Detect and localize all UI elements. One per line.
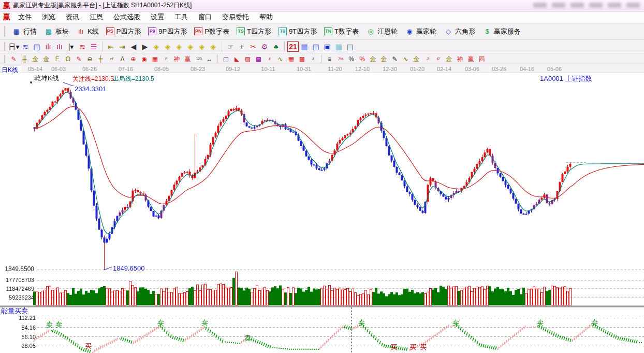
window-controls[interactable] <box>533 3 640 8</box>
grid-red-icon[interactable]: ▦ <box>286 54 297 64</box>
menu-资讯[interactable]: 资讯 <box>61 11 84 23</box>
toolbar-item-p-sifangxing[interactable]: PSP四方形 <box>103 26 145 37</box>
gann-diamond-1-icon[interactable]: ◈ <box>151 41 162 52</box>
f-angle-icon[interactable]: F∕ <box>433 54 444 64</box>
candle-dropdown-icon[interactable]: |▾ <box>65 41 77 52</box>
toolbar-item-yingjiafuwu[interactable]: $赢家服务 <box>479 26 524 37</box>
chart-9-icon[interactable]: ıIı <box>54 41 65 52</box>
shen-grid-icon[interactable]: 神 <box>171 54 182 64</box>
hatch-ruler-icon[interactable]: ╪ <box>95 54 106 64</box>
chart-3-icon[interactable]: ılı <box>42 41 54 52</box>
gann-diamond-5-icon[interactable]: ◈ <box>196 41 208 52</box>
wave-av-icon[interactable]: ∿ <box>400 54 411 64</box>
gann-diamond-6-icon[interactable]: ◈ <box>208 41 219 52</box>
brush-icon[interactable]: ✎ <box>389 54 400 64</box>
gann-diamond-3-icon[interactable]: ◈ <box>173 41 185 52</box>
gann-diamond-4-icon[interactable]: ◈ <box>185 41 196 52</box>
grid-target-icon[interactable]: ▦ <box>150 54 160 64</box>
percent-zigzag-icon[interactable]: 7% <box>335 54 346 64</box>
gann-gear-icon[interactable]: ⚙ <box>259 41 270 52</box>
ying-angle-icon[interactable]: 赢 <box>465 54 476 64</box>
box-select-icon[interactable]: ▢ <box>221 54 231 64</box>
toolbar-item-bankuai[interactable]: ▩板块 <box>40 26 72 37</box>
window-button[interactable] <box>626 3 640 8</box>
percent-line-icon[interactable]: % <box>357 54 368 64</box>
menu-交易委托[interactable]: 交易委托 <box>217 11 254 23</box>
angle-icon[interactable]: Λ <box>117 54 128 64</box>
circle-ruler-icon[interactable]: ⊖ <box>84 54 95 64</box>
shen-angle-icon[interactable]: 神 <box>455 54 465 64</box>
window-button[interactable] <box>533 3 547 8</box>
n-squared-icon[interactable]: n² <box>106 54 117 64</box>
toolbar-item-yingjialun[interactable]: ◉赢家轮 <box>401 26 440 37</box>
fan-box-icon[interactable]: ▨ <box>242 54 253 64</box>
f-grid-icon[interactable]: F <box>52 54 63 64</box>
toolbar-item-t-sifangxing[interactable]: TST四方形 <box>233 26 275 37</box>
ruler-123-icon[interactable]: 123 <box>193 54 204 64</box>
calendar-21-icon[interactable]: 21 <box>287 41 299 52</box>
hand-icon[interactable]: ☞ <box>225 41 236 52</box>
menu-公式选股[interactable]: 公式选股 <box>108 11 145 23</box>
gold-circle-icon[interactable]: 金 <box>368 54 378 64</box>
compass-red-icon[interactable]: ⊕ <box>128 54 139 64</box>
si-angle-icon[interactable]: 四 <box>476 54 487 64</box>
toolbar-item-jiangenlun[interactable]: ◎江恩轮 <box>362 26 401 37</box>
percent-icon[interactable]: % <box>346 54 357 64</box>
kline-period-dropdown-icon[interactable]: 日▾ <box>8 41 20 52</box>
toolbar-item-9t-sifangxing[interactable]: T99T四方形 <box>275 26 320 37</box>
target-red-icon[interactable]: ◉ <box>139 54 150 64</box>
save-icon[interactable]: ▣ <box>321 41 333 52</box>
window-button[interactable] <box>570 3 584 8</box>
fan-red-icon[interactable]: ◣ <box>231 54 242 64</box>
toolbar-item-hangqing[interactable]: ▦行情 <box>8 26 40 37</box>
gold-line-icon[interactable]: 金 <box>378 54 389 64</box>
gold-grid-2-icon[interactable]: 金 <box>41 54 52 64</box>
menu-工具[interactable]: 工具 <box>169 11 193 23</box>
window-button[interactable] <box>608 3 621 8</box>
menu-帮助[interactable]: 帮助 <box>254 11 278 23</box>
fan-lines-icon[interactable]: // <box>264 54 275 64</box>
grid-red-blue-icon[interactable]: ▩ <box>297 54 308 64</box>
chart-canvas[interactable] <box>0 73 644 353</box>
document-icon[interactable]: ▤ <box>31 41 42 52</box>
printer-icon[interactable]: ▤ <box>344 41 356 52</box>
gold-grid-1-icon[interactable]: 金 <box>30 54 41 64</box>
toolbar-item-liujiaoxing[interactable]: ◇六角形 <box>440 26 479 37</box>
spiral-icon[interactable]: ʘ <box>63 54 74 64</box>
menu-江恩[interactable]: 江恩 <box>84 11 108 23</box>
toolbar-item-t-shuzibiao[interactable]: TNT数字表 <box>320 26 362 37</box>
gann-ruler-icon[interactable]: ╫ <box>19 54 30 64</box>
menu-窗口[interactable]: 窗口 <box>193 11 217 23</box>
calculator-icon[interactable]: ▦ <box>299 41 310 52</box>
red-wave-icon[interactable]: ≋ <box>77 41 88 52</box>
steps-icon[interactable]: ≡ <box>324 54 335 64</box>
pencil-red-icon[interactable]: ✎ <box>8 54 19 64</box>
toolbar-item-9p-sifangxing[interactable]: P99P四方形 <box>144 26 191 37</box>
toolbar-item-p-shuzibiao[interactable]: PNP数字表 <box>191 26 233 37</box>
menu-文件[interactable]: 文件 <box>13 11 37 23</box>
gold-angle-icon[interactable]: 金 <box>444 54 455 64</box>
ruler-quote-icon[interactable]: I″ <box>160 54 171 64</box>
menu-浏览[interactable]: 浏览 <box>37 11 61 23</box>
toolbar-item-kxian[interactable]: ılıK线 <box>72 26 103 37</box>
width-arrows-icon[interactable]: ↔ <box>204 54 215 64</box>
knot-tool-icon[interactable]: ♣ <box>270 41 282 52</box>
menu-设置[interactable]: 设置 <box>145 11 169 23</box>
pencil-ruler-icon[interactable]: ✎ <box>74 54 84 64</box>
last-page-icon[interactable]: ⇥ <box>116 41 128 52</box>
scissors-icon[interactable]: ✂ <box>247 41 259 52</box>
hatch-lines-icon[interactable]: // <box>308 54 318 64</box>
j-angle-icon[interactable]: J∕ <box>422 54 433 64</box>
zigzag-icon[interactable]: ∿ <box>275 54 286 64</box>
first-page-icon[interactable]: ⇤ <box>105 41 116 52</box>
notes-icon[interactable]: ▤ <box>310 41 321 52</box>
prev-icon[interactable]: ◀ <box>128 41 139 52</box>
crosshair-icon[interactable]: + <box>236 41 247 52</box>
computer-icon[interactable]: ▥ <box>333 41 344 52</box>
window-button[interactable] <box>589 3 603 8</box>
window-button[interactable] <box>552 3 565 8</box>
histogram-icon[interactable]: ☰ <box>88 41 99 52</box>
next-icon[interactable]: ▶ <box>139 41 151 52</box>
gann-diamond-2-icon[interactable]: ◈ <box>162 41 173 52</box>
fan-grid-icon[interactable]: ▩ <box>253 54 264 64</box>
